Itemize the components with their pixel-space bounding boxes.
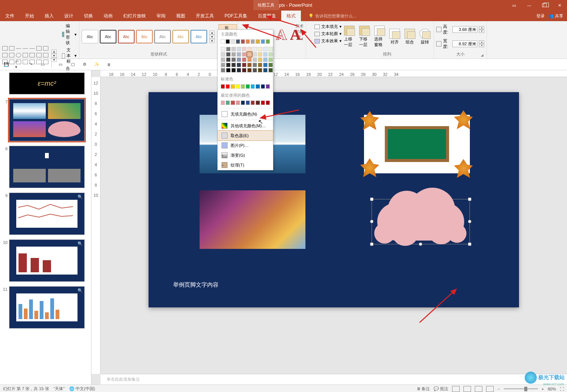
color-swatch[interactable]	[236, 84, 240, 89]
tab-view[interactable]: 视图	[171, 11, 191, 21]
color-swatch[interactable]	[258, 57, 262, 62]
color-swatch[interactable]	[263, 47, 268, 51]
height-input[interactable]	[452, 26, 477, 33]
cloud-shape-selected[interactable]: ⟳	[373, 201, 468, 242]
slide-thumb-6[interactable]: ε=mc²	[9, 73, 85, 94]
color-swatch[interactable]	[266, 100, 270, 105]
slide-thumb-8[interactable]	[9, 146, 85, 188]
slide-canvas[interactable]: ⟳ 举例页脚文字内容	[149, 92, 519, 307]
slide-thumb-10[interactable]: 🔍	[9, 239, 85, 282]
color-swatch[interactable]	[266, 84, 270, 89]
color-swatch[interactable]	[231, 39, 235, 44]
ribbon-options-icon[interactable]: ▭	[507, 0, 522, 11]
color-swatch[interactable]	[237, 63, 241, 67]
slide-thumb-9[interactable]: 🔍	[9, 193, 85, 235]
color-swatch[interactable]	[236, 100, 240, 105]
color-swatch[interactable]	[226, 100, 230, 105]
color-swatch[interactable]	[237, 47, 241, 51]
no-fill-option[interactable]: 无填充颜色(N)	[218, 109, 273, 119]
comments-toggle[interactable]: 💬 批注	[434, 386, 448, 392]
gradient-fill-option[interactable]: 渐变(G)▶	[218, 150, 273, 160]
textbox-button[interactable]: 文本框 ▾	[60, 47, 78, 65]
color-swatch[interactable]	[258, 68, 262, 73]
tab-pdftools[interactable]: PDF工具集	[219, 11, 253, 21]
color-swatch[interactable]	[253, 57, 257, 62]
minimize-button[interactable]: —	[522, 0, 537, 11]
tab-file[interactable]: 文件	[0, 11, 20, 21]
language-status[interactable]: 🌐 中文(中国)	[69, 386, 95, 392]
color-swatch[interactable]	[268, 52, 273, 57]
share-button[interactable]: 👥 共享	[548, 13, 563, 19]
color-swatch[interactable]	[231, 57, 236, 62]
tab-review[interactable]: 审阅	[151, 11, 171, 21]
color-swatch[interactable]	[246, 100, 250, 105]
texture-fill-option[interactable]: 纹理(T)▶	[218, 160, 273, 170]
align-button[interactable]: 对齐	[388, 28, 401, 46]
picture-fill-option[interactable]: 图片(P)…	[218, 140, 273, 150]
color-swatch[interactable]	[242, 47, 246, 51]
color-swatch[interactable]	[256, 100, 260, 105]
shapes-more[interactable]: ▾	[51, 58, 57, 62]
color-swatch[interactable]	[251, 100, 255, 105]
tell-me-search[interactable]: 💡 告诉我您想要做什么…	[308, 13, 357, 19]
text-outline-button[interactable]: 文本轮廓 ▾	[313, 31, 343, 37]
color-swatch[interactable]	[247, 47, 252, 51]
send-backward-button[interactable]: 下移一层	[358, 25, 371, 48]
restore-button[interactable]	[537, 0, 552, 11]
slide-thumb-11[interactable]: 🔍	[9, 286, 85, 329]
shapes-gallery[interactable]	[2, 46, 49, 66]
color-swatch[interactable]	[247, 68, 252, 73]
color-swatch[interactable]	[263, 63, 268, 67]
color-swatch[interactable]	[246, 84, 250, 89]
color-swatch[interactable]	[258, 52, 262, 57]
color-swatch[interactable]	[226, 63, 231, 67]
color-swatch[interactable]	[237, 68, 241, 73]
anim-icon[interactable]: ✨	[93, 61, 100, 68]
width-input[interactable]	[452, 40, 477, 47]
tab-insert[interactable]: 插入	[39, 11, 59, 21]
color-swatch[interactable]	[231, 68, 236, 73]
color-swatch[interactable]	[256, 39, 260, 44]
doc-icon[interactable]: 🗎	[105, 61, 112, 68]
color-swatch[interactable]	[268, 63, 273, 67]
color-swatch[interactable]	[237, 52, 241, 57]
color-swatch[interactable]	[247, 52, 252, 57]
wordart-preset-1[interactable]: A	[276, 26, 287, 43]
color-swatch[interactable]	[263, 68, 268, 73]
color-swatch[interactable]	[253, 63, 257, 67]
color-swatch[interactable]	[251, 84, 255, 89]
color-swatch[interactable]	[247, 57, 252, 62]
color-swatch[interactable]	[231, 63, 236, 67]
reading-view-button[interactable]	[475, 386, 482, 392]
color-swatch[interactable]	[263, 57, 268, 62]
color-swatch[interactable]	[263, 52, 268, 57]
color-swatch[interactable]	[261, 100, 265, 105]
color-swatch[interactable]	[268, 47, 273, 51]
rotate-button[interactable]: 旋转	[418, 28, 432, 46]
sorter-view-button[interactable]	[463, 386, 471, 392]
close-button[interactable]: ✕	[552, 0, 567, 11]
color-swatch[interactable]	[237, 57, 241, 62]
color-swatch[interactable]	[253, 52, 257, 57]
color-swatch[interactable]	[226, 57, 231, 62]
fit-to-window-button[interactable]: ⛶	[560, 387, 564, 391]
eyedropper-option[interactable]: 取色器(E)	[218, 131, 273, 140]
notes-toggle[interactable]: ≣ 备注	[417, 386, 430, 392]
zoom-in-button[interactable]: +	[542, 387, 544, 391]
tab-transition[interactable]: 切换	[79, 11, 98, 21]
slide-thumb-7[interactable]	[9, 99, 85, 141]
text-effects-button[interactable]: 文本效果 ▾	[313, 38, 343, 44]
color-swatch[interactable]	[242, 63, 246, 67]
color-swatch[interactable]	[253, 47, 257, 51]
tab-slideshow[interactable]: 幻灯片放映	[118, 11, 151, 21]
tab-animation[interactable]: 动画	[98, 11, 118, 21]
color-swatch[interactable]	[231, 47, 236, 51]
selection-pane-button[interactable]: 选择窗格	[373, 25, 386, 48]
color-swatch[interactable]	[231, 52, 236, 57]
slideshow-view-button[interactable]	[486, 386, 494, 392]
zoom-out-button[interactable]: −	[497, 387, 500, 391]
group-button[interactable]: 组合	[403, 28, 417, 46]
slide-thumbnail-panel[interactable]: ε=mc² 7 8 9🔍 10🔍 11🔍	[0, 70, 91, 384]
color-swatch[interactable]	[231, 84, 235, 89]
color-swatch[interactable]	[226, 39, 230, 44]
